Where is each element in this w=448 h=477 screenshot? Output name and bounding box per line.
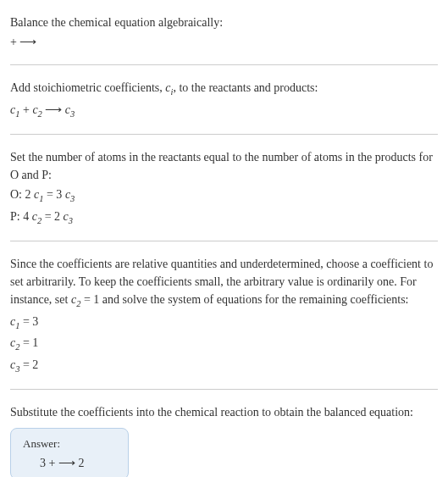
balance-equation: + ⟶ [10,33,438,51]
atoms-o-c3-sub: 3 [70,194,75,203]
section-stoichiometric: Add stoichiometric coefficients, ci, to … [10,72,438,127]
section-balance-intro: Balance the chemical equation algebraica… [10,7,438,58]
answer-label: Answer: [23,437,116,451]
answer-box: Answer: 3 + ⟶ 2 [10,428,129,477]
solve-title: Since the coefficients are relative quan… [10,255,438,311]
atoms-title: Set the number of atoms in the reactants… [10,148,438,184]
stoich-title-part2: , to the reactants and products: [173,81,318,94]
stoich-c3-sub: 3 [70,108,75,118]
answer-content: 3 + ⟶ 2 [23,456,116,470]
section-solve: Since the coefficients are relative quan… [10,248,438,382]
solve-sol3: c3 = 2 [10,356,438,376]
atoms-o-label: O: [10,188,25,201]
solve-sol1-val: = 3 [19,315,38,328]
solve-sol2: c2 = 1 [10,334,438,354]
divider [10,389,438,390]
atoms-p-eq: = 2 [41,210,63,223]
divider [10,241,438,241]
substitute-title: Substitute the coefficients into the che… [10,403,438,421]
solve-title-part2: = 1 and solve the system of equations fo… [80,293,408,306]
atoms-p-c3-sub: 3 [69,215,73,225]
solve-sol3-val: = 2 [19,358,38,371]
atoms-row-o: O: 2 c1 = 3 c3 [10,186,438,206]
stoich-equation: c1 + c2 ⟶ c3 [10,101,438,121]
section-substitute: Substitute the coefficients into the che… [10,397,438,477]
solve-sol1: c1 = 3 [10,313,438,333]
atoms-row-p: P: 4 c2 = 2 c3 [10,208,438,228]
stoich-title: Add stoichiometric coefficients, ci, to … [10,79,438,99]
atoms-o-eq: = 3 [43,188,64,201]
atoms-p-label: P: [10,210,23,223]
divider [10,134,438,135]
atoms-p-lhs-coef: 4 [23,210,32,223]
stoich-plus: + [19,103,32,116]
stoich-arrow: ⟶ [42,103,65,116]
section-atoms: Set the number of atoms in the reactants… [10,141,438,234]
solve-sol2-val: = 1 [19,336,38,349]
divider [10,64,438,65]
stoich-title-part1: Add stoichiometric coefficients, [10,81,165,94]
atoms-o-lhs-coef: 2 [25,188,35,201]
balance-title: Balance the chemical equation algebraica… [10,14,438,31]
